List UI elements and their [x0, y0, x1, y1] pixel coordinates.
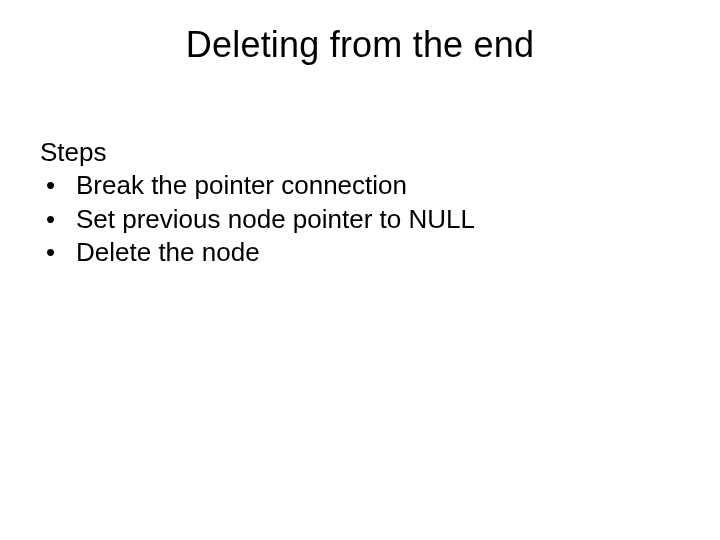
slide-body: Steps Break the pointer connection Set p…: [40, 136, 680, 269]
steps-heading: Steps: [40, 136, 680, 169]
list-item: Break the pointer connection: [40, 169, 680, 202]
slide-title: Deleting from the end: [0, 24, 720, 66]
list-item: Set previous node pointer to NULL: [40, 203, 680, 236]
list-item: Delete the node: [40, 236, 680, 269]
bullet-list: Break the pointer connection Set previou…: [40, 169, 680, 269]
slide: Deleting from the end Steps Break the po…: [0, 0, 720, 540]
